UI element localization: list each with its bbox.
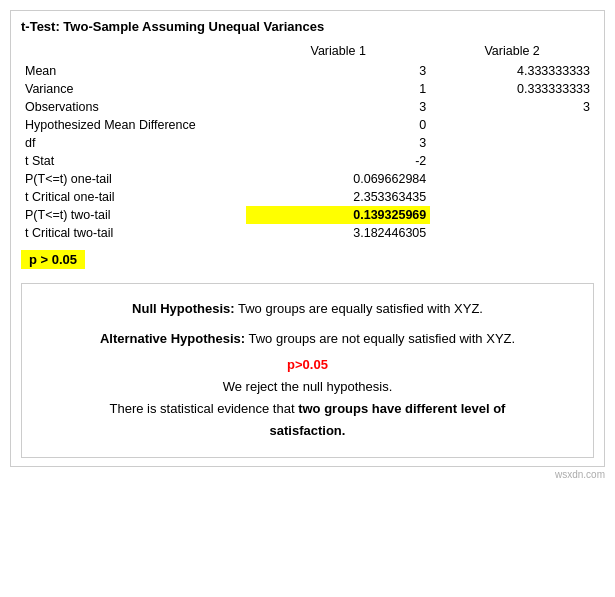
row-label: Observations <box>21 98 246 116</box>
table-row: Observations33 <box>21 98 594 116</box>
evidence-text1: There is statistical evidence that <box>110 401 299 416</box>
alt-prefix: Alternative Hypothesis: <box>100 331 245 346</box>
row-val2 <box>430 116 594 134</box>
table-header-row: Variable 1 Variable 2 <box>21 42 594 62</box>
p-value-box: p > 0.05 <box>21 242 594 277</box>
table-row: df3 <box>21 134 594 152</box>
row-val2 <box>430 224 594 242</box>
row-label: t Critical one-tail <box>21 188 246 206</box>
row-val1: 2.353363435 <box>246 188 430 206</box>
p-value-result: p>0.05 <box>42 354 573 376</box>
null-prefix: Null Hypothesis: <box>132 301 235 316</box>
row-val1: 0 <box>246 116 430 134</box>
row-val1: 3 <box>246 134 430 152</box>
row-val2: 3 <box>430 98 594 116</box>
row-label: Hypothesized Mean Difference <box>21 116 246 134</box>
table-row: P(T<=t) one-tail0.069662984 <box>21 170 594 188</box>
row-label: df <box>21 134 246 152</box>
header-var1: Variable 1 <box>246 42 430 62</box>
table-row: t Critical two-tail3.182446305 <box>21 224 594 242</box>
row-val2: 4.333333333 <box>430 62 594 80</box>
row-val1: 3 <box>246 98 430 116</box>
table-row: Hypothesized Mean Difference0 <box>21 116 594 134</box>
row-label: t Critical two-tail <box>21 224 246 242</box>
header-label <box>21 42 246 62</box>
table-row: P(T<=t) two-tail0.139325969 <box>21 206 594 224</box>
row-val1: -2 <box>246 152 430 170</box>
table-row: Mean34.333333333 <box>21 62 594 80</box>
table-title: t-Test: Two-Sample Assuming Unequal Vari… <box>21 19 594 34</box>
header-var2: Variable 2 <box>430 42 594 62</box>
row-label: t Stat <box>21 152 246 170</box>
alt-text: Two groups are not equally satisfied wit… <box>245 331 515 346</box>
evidence-bold2: satisfaction. <box>270 423 346 438</box>
evidence-line: There is statistical evidence that two g… <box>42 398 573 420</box>
row-label: P(T<=t) one-tail <box>21 170 246 188</box>
row-val1: 0.069662984 <box>246 170 430 188</box>
main-container: t-Test: Two-Sample Assuming Unequal Vari… <box>10 10 605 467</box>
row-label: Variance <box>21 80 246 98</box>
table-row: Variance10.333333333 <box>21 80 594 98</box>
row-val1: 3.182446305 <box>246 224 430 242</box>
row-val1: 3 <box>246 62 430 80</box>
table-row: t Stat-2 <box>21 152 594 170</box>
evidence-line2: satisfaction. <box>42 420 573 442</box>
row-val1: 1 <box>246 80 430 98</box>
null-text: Two groups are equally satisfied with XY… <box>235 301 483 316</box>
p-value-red: p>0.05 <box>287 357 328 372</box>
evidence-bold: two groups have different level of <box>298 401 505 416</box>
p-value-label: p > 0.05 <box>21 250 85 269</box>
row-label: Mean <box>21 62 246 80</box>
row-val2 <box>430 170 594 188</box>
hypothesis-box: Null Hypothesis: Two groups are equally … <box>21 283 594 458</box>
stats-table: Variable 1 Variable 2 Mean34.333333333Va… <box>21 42 594 242</box>
row-val2 <box>430 188 594 206</box>
row-val1: 0.139325969 <box>246 206 430 224</box>
row-val2 <box>430 134 594 152</box>
row-val2: 0.333333333 <box>430 80 594 98</box>
row-val2 <box>430 152 594 170</box>
row-val2 <box>430 206 594 224</box>
row-label: P(T<=t) two-tail <box>21 206 246 224</box>
footer: wsxdn.com <box>10 469 605 480</box>
reject-text: We reject the null hypothesis. <box>42 376 573 398</box>
alt-hypothesis: Alternative Hypothesis: Two groups are n… <box>42 328 573 350</box>
null-hypothesis: Null Hypothesis: Two groups are equally … <box>42 298 573 320</box>
table-row: t Critical one-tail2.353363435 <box>21 188 594 206</box>
